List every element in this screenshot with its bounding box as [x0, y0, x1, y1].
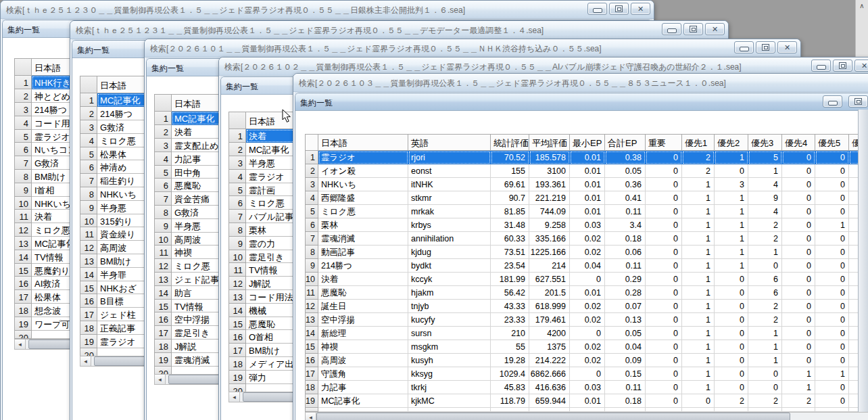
- row-number: 10: [154, 233, 172, 246]
- table-row[interactable]: 4西郷隆盛stkmr90.7221.2190.010.41011900: [305, 191, 868, 205]
- scroll-left-button[interactable]: ◂: [15, 340, 26, 349]
- minimize-icon: [667, 28, 677, 33]
- cell: 744.09: [529, 205, 570, 218]
- column-header-9[interactable]: 優先2: [715, 134, 748, 151]
- row-number: 16: [154, 312, 172, 326]
- minimize-button[interactable]: [823, 95, 842, 108]
- scroll-left-button[interactable]: ◂: [229, 392, 240, 402]
- cell: stkmr: [408, 191, 491, 205]
- cell: 0.01: [570, 394, 605, 408]
- column-header-6[interactable]: 合計EP: [605, 134, 646, 151]
- table-row[interactable]: 18力記事tkrkj45.83416.6360.030.11010010: [305, 381, 868, 394]
- restore-button[interactable]: [609, 3, 629, 15]
- column-header-7[interactable]: 重要: [646, 134, 682, 151]
- table-row[interactable]: 11悪魔恥hjakm56.42201.50.010.28010600: [305, 286, 868, 300]
- cell: 6: [748, 286, 782, 300]
- scroll-left-button[interactable]: ◂: [155, 375, 166, 384]
- cell: 3: [715, 178, 748, 191]
- minimize-button[interactable]: [811, 60, 831, 72]
- table-row[interactable]: 1霊ラジオrjori70.52185.5780.010.38021500: [305, 151, 868, 164]
- scrollbar-thumb[interactable]: [316, 413, 790, 420]
- minimize-button[interactable]: [734, 41, 754, 53]
- table-row[interactable]: 9214勝つbydkt23.542140.040.11011000: [305, 259, 868, 273]
- table-row[interactable]: 2イオン殺eonst15531000.010.05020100: [305, 164, 868, 178]
- cell: kjdug: [408, 246, 491, 259]
- row-number: 15: [305, 340, 318, 354]
- cell: 0: [815, 273, 849, 286]
- table-row[interactable]: 19MC記事化kjkMC118.79659.9440.010.18002220: [305, 394, 868, 408]
- window-titlebar[interactable]: 検索[２０２６１０３＿＿質量制御再現公表１．５＿＿ジェド霊界ラジオ再現０．５５＿…: [293, 74, 868, 92]
- row-number: 12: [228, 277, 246, 290]
- table-row[interactable]: 15神禊msgkm5513750.020.04010100: [305, 340, 868, 354]
- cell: 0: [570, 327, 605, 340]
- column-header-4[interactable]: 平均評価: [529, 134, 570, 151]
- table-row[interactable]: 10決着kccyk181.99627.55100.29010600: [305, 273, 868, 286]
- close-button[interactable]: ✕: [777, 41, 797, 53]
- table-row[interactable]: 3NHKいちitNHK69.61193.3610.010.36013400: [305, 178, 868, 191]
- close-button[interactable]: ✕: [854, 60, 868, 72]
- table-row[interactable]: 7霊魂消滅annihilation60.33335.1660.020.18011…: [305, 232, 868, 246]
- minimize-button[interactable]: [662, 23, 681, 35]
- column-header-8[interactable]: 優先1: [682, 134, 715, 151]
- cell: 0: [646, 218, 682, 232]
- cell: 0.13: [605, 313, 646, 327]
- restore-button[interactable]: [848, 95, 868, 108]
- row-number: 8: [305, 246, 318, 259]
- window-titlebar[interactable]: 検索[ｔｈｅ２５１２３１＿＿質量制御再現公表１．５＿＿ジェド霊界ラジオ再現０．５…: [70, 21, 728, 39]
- cell: 0: [570, 273, 605, 286]
- cell: 0.04: [570, 259, 605, 273]
- close-button[interactable]: ✕: [631, 3, 650, 15]
- restore-button[interactable]: [683, 23, 703, 35]
- close-button[interactable]: ✕: [705, 23, 725, 35]
- cell: 2: [748, 218, 782, 232]
- horizontal-scrollbar[interactable]: ◂: [305, 412, 868, 420]
- table-row[interactable]: 6栗林krbys31.489.2580.033.4011201: [305, 218, 868, 232]
- cell: sursn: [408, 327, 491, 340]
- cell: 55: [491, 340, 529, 354]
- scroll-left-button[interactable]: ◂: [306, 413, 316, 420]
- cell: tnjyb: [408, 300, 491, 313]
- cell: mrkak: [408, 205, 491, 218]
- child-window-titlebar[interactable]: 集約一覧✕: [295, 93, 868, 111]
- table-row[interactable]: 16高周波kusyh19.28214.2220.020.09010100: [305, 354, 868, 367]
- cell: 0: [748, 259, 782, 273]
- background-scrollbar[interactable]: ∧: [855, 0, 868, 57]
- table-row[interactable]: 13空中浮揚kucyfy23.33179.4610.020.13010200: [305, 313, 868, 327]
- child-window-title: 集約一覧: [151, 63, 184, 74]
- row-number-header: [228, 112, 246, 129]
- column-header-12[interactable]: 優先5: [815, 134, 849, 151]
- vertical-scrollbar[interactable]: [858, 110, 868, 412]
- column-header-11[interactable]: 優先4: [782, 134, 815, 151]
- column-header-2[interactable]: 英語: [408, 134, 491, 151]
- restore-button[interactable]: [833, 60, 852, 72]
- row-number: 13: [154, 273, 172, 286]
- row-number: 7: [228, 210, 246, 223]
- table-row[interactable]: 5ミロク悪mrkak81.85744.090.010.11011400: [305, 205, 868, 218]
- restore-button[interactable]: [756, 41, 775, 53]
- column-header-1[interactable]: 日本語: [318, 134, 408, 151]
- table-row[interactable]: 17守護角kksyg1029.46862.66600.15010011: [305, 367, 868, 381]
- row-number-header: [305, 134, 318, 151]
- window-titlebar[interactable]: 検索[ｔｈｅ２５１２３０＿＿質量制御再現公表１．５＿＿ジェド霊界ラジオ再現０．５…: [1, 1, 654, 19]
- cell: 9.258: [529, 218, 570, 232]
- grid-header-row: 日本語英語統計評価平均評価最小EP合計EP重要優先1優先2優先3優先4優先5優先…: [305, 134, 868, 151]
- cell: 栗林: [318, 218, 408, 232]
- column-header-10[interactable]: 優先3: [748, 134, 782, 151]
- column-header-5[interactable]: 最小EP: [570, 134, 605, 151]
- table-row[interactable]: 8動画記事kjdug73.511225.1660.020.06011100: [305, 246, 868, 259]
- minimize-button[interactable]: [587, 3, 607, 15]
- row-number: 14: [80, 268, 97, 281]
- cell: 0.03: [570, 218, 605, 232]
- table-row[interactable]: 12誕生日tnjyb43.33618.9990.020.07010200: [305, 300, 868, 313]
- scroll-up-icon: ∧: [859, 2, 864, 9]
- cell: 193.361: [529, 178, 570, 191]
- scroll-left-button[interactable]: ◂: [80, 356, 91, 366]
- cell: 4: [748, 205, 782, 218]
- cell: 69.61: [491, 178, 529, 191]
- column-header-3[interactable]: 統計評価: [491, 134, 529, 151]
- cell: 1: [815, 218, 849, 232]
- window-titlebar[interactable]: 検索[２０２６１０１＿＿質量制御再現公表１．５＿＿ジェド霊界ラジオ再現０．５５＿…: [145, 39, 800, 57]
- row-number: 5: [228, 183, 246, 197]
- cell: 空中浮揚: [318, 313, 408, 327]
- table-row[interactable]: 14新総理sursn210420000.05010100: [305, 327, 868, 340]
